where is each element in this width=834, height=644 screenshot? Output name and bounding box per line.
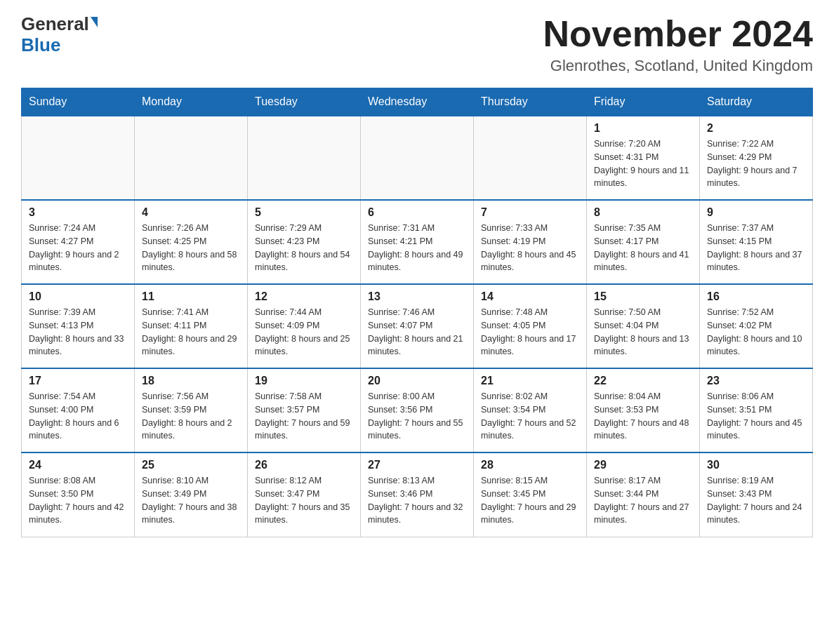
day-number: 9 — [707, 206, 805, 219]
day-info: Sunrise: 7:33 AMSunset: 4:19 PMDaylight:… — [481, 222, 579, 274]
calendar-cell: 15Sunrise: 7:50 AMSunset: 4:04 PMDayligh… — [587, 284, 700, 368]
calendar-cell: 22Sunrise: 8:04 AMSunset: 3:53 PMDayligh… — [587, 368, 700, 452]
week-row-3: 10Sunrise: 7:39 AMSunset: 4:13 PMDayligh… — [22, 284, 813, 368]
day-number: 11 — [142, 290, 240, 303]
calendar-header-row: Sunday Monday Tuesday Wednesday Thursday… — [22, 88, 813, 116]
calendar-cell: 24Sunrise: 8:08 AMSunset: 3:50 PMDayligh… — [22, 452, 135, 537]
day-info: Sunrise: 7:31 AMSunset: 4:21 PMDaylight:… — [368, 222, 466, 274]
day-number: 26 — [255, 459, 353, 471]
calendar-cell: 5Sunrise: 7:29 AMSunset: 4:23 PMDaylight… — [248, 200, 361, 284]
day-number: 28 — [481, 459, 579, 471]
day-info: Sunrise: 7:54 AMSunset: 4:00 PMDaylight:… — [29, 390, 127, 443]
calendar-cell: 14Sunrise: 7:48 AMSunset: 4:05 PMDayligh… — [474, 284, 587, 368]
day-number: 3 — [29, 206, 127, 219]
day-number: 25 — [142, 459, 240, 471]
header-sunday: Sunday — [22, 88, 135, 116]
day-info: Sunrise: 7:22 AMSunset: 4:29 PMDaylight:… — [707, 137, 805, 190]
day-info: Sunrise: 8:12 AMSunset: 3:47 PMDaylight:… — [255, 474, 353, 527]
calendar-cell: 30Sunrise: 8:19 AMSunset: 3:43 PMDayligh… — [700, 452, 813, 537]
day-number: 14 — [481, 290, 579, 303]
day-number: 22 — [594, 375, 692, 387]
day-info: Sunrise: 8:06 AMSunset: 3:51 PMDaylight:… — [707, 390, 805, 443]
day-info: Sunrise: 8:15 AMSunset: 3:45 PMDaylight:… — [481, 474, 579, 527]
day-number: 5 — [255, 206, 353, 219]
day-info: Sunrise: 8:19 AMSunset: 3:43 PMDaylight:… — [707, 474, 805, 527]
day-number: 13 — [368, 290, 466, 303]
title-block: November 2024 Glenrothes, Scotland, Unit… — [543, 14, 813, 75]
day-number: 17 — [29, 375, 127, 387]
day-info: Sunrise: 7:35 AMSunset: 4:17 PMDaylight:… — [594, 222, 692, 274]
location-label: Glenrothes, Scotland, United Kingdom — [543, 57, 813, 75]
calendar-cell: 4Sunrise: 7:26 AMSunset: 4:25 PMDaylight… — [135, 200, 248, 284]
calendar-cell: 17Sunrise: 7:54 AMSunset: 4:00 PMDayligh… — [22, 368, 135, 452]
calendar-cell — [248, 116, 361, 200]
header-saturday: Saturday — [700, 88, 813, 116]
day-number: 29 — [594, 459, 692, 471]
day-info: Sunrise: 7:41 AMSunset: 4:11 PMDaylight:… — [142, 306, 240, 358]
week-row-2: 3Sunrise: 7:24 AMSunset: 4:27 PMDaylight… — [22, 200, 813, 284]
month-title: November 2024 — [543, 14, 813, 54]
header-wednesday: Wednesday — [361, 88, 474, 116]
logo: General Blue — [21, 14, 98, 56]
calendar-cell: 9Sunrise: 7:37 AMSunset: 4:15 PMDaylight… — [700, 200, 813, 284]
day-info: Sunrise: 8:17 AMSunset: 3:44 PMDaylight:… — [594, 474, 692, 527]
calendar-cell: 23Sunrise: 8:06 AMSunset: 3:51 PMDayligh… — [700, 368, 813, 452]
day-info: Sunrise: 7:37 AMSunset: 4:15 PMDaylight:… — [707, 222, 805, 274]
day-number: 6 — [368, 206, 466, 219]
day-info: Sunrise: 8:00 AMSunset: 3:56 PMDaylight:… — [368, 390, 466, 443]
calendar-cell: 19Sunrise: 7:58 AMSunset: 3:57 PMDayligh… — [248, 368, 361, 452]
calendar-cell: 25Sunrise: 8:10 AMSunset: 3:49 PMDayligh… — [135, 452, 248, 537]
day-info: Sunrise: 7:20 AMSunset: 4:31 PMDaylight:… — [594, 137, 692, 190]
day-number: 7 — [481, 206, 579, 219]
calendar-cell: 13Sunrise: 7:46 AMSunset: 4:07 PMDayligh… — [361, 284, 474, 368]
day-info: Sunrise: 8:13 AMSunset: 3:46 PMDaylight:… — [368, 474, 466, 527]
day-info: Sunrise: 8:04 AMSunset: 3:53 PMDaylight:… — [594, 390, 692, 443]
calendar-cell: 11Sunrise: 7:41 AMSunset: 4:11 PMDayligh… — [135, 284, 248, 368]
day-number: 15 — [594, 290, 692, 303]
day-info: Sunrise: 8:02 AMSunset: 3:54 PMDaylight:… — [481, 390, 579, 443]
calendar-cell — [22, 116, 135, 200]
calendar-cell: 6Sunrise: 7:31 AMSunset: 4:21 PMDaylight… — [361, 200, 474, 284]
logo-general: General — [21, 14, 98, 34]
calendar-cell: 7Sunrise: 7:33 AMSunset: 4:19 PMDaylight… — [474, 200, 587, 284]
day-number: 21 — [481, 375, 579, 387]
calendar-cell: 12Sunrise: 7:44 AMSunset: 4:09 PMDayligh… — [248, 284, 361, 368]
day-number: 23 — [707, 375, 805, 387]
day-number: 10 — [29, 290, 127, 303]
calendar-cell: 26Sunrise: 8:12 AMSunset: 3:47 PMDayligh… — [248, 452, 361, 537]
day-info: Sunrise: 7:52 AMSunset: 4:02 PMDaylight:… — [707, 306, 805, 358]
week-row-1: 1Sunrise: 7:20 AMSunset: 4:31 PMDaylight… — [22, 116, 813, 200]
day-number: 27 — [368, 459, 466, 471]
calendar-cell: 27Sunrise: 8:13 AMSunset: 3:46 PMDayligh… — [361, 452, 474, 537]
day-number: 18 — [142, 375, 240, 387]
calendar-cell: 18Sunrise: 7:56 AMSunset: 3:59 PMDayligh… — [135, 368, 248, 452]
day-number: 16 — [707, 290, 805, 303]
calendar-cell: 28Sunrise: 8:15 AMSunset: 3:45 PMDayligh… — [474, 452, 587, 537]
week-row-4: 17Sunrise: 7:54 AMSunset: 4:00 PMDayligh… — [22, 368, 813, 452]
day-info: Sunrise: 8:08 AMSunset: 3:50 PMDaylight:… — [29, 474, 127, 527]
day-number: 19 — [255, 375, 353, 387]
week-row-5: 24Sunrise: 8:08 AMSunset: 3:50 PMDayligh… — [22, 452, 813, 537]
day-info: Sunrise: 7:39 AMSunset: 4:13 PMDaylight:… — [29, 306, 127, 358]
calendar-cell — [361, 116, 474, 200]
day-info: Sunrise: 7:29 AMSunset: 4:23 PMDaylight:… — [255, 222, 353, 274]
header-thursday: Thursday — [474, 88, 587, 116]
day-number: 24 — [29, 459, 127, 471]
calendar-cell: 10Sunrise: 7:39 AMSunset: 4:13 PMDayligh… — [22, 284, 135, 368]
day-info: Sunrise: 7:26 AMSunset: 4:25 PMDaylight:… — [142, 222, 240, 274]
day-number: 1 — [594, 122, 692, 135]
day-info: Sunrise: 7:46 AMSunset: 4:07 PMDaylight:… — [368, 306, 466, 358]
logo-blue: Blue — [21, 34, 60, 56]
header-friday: Friday — [587, 88, 700, 116]
calendar-cell: 1Sunrise: 7:20 AMSunset: 4:31 PMDaylight… — [587, 116, 700, 200]
calendar-cell — [135, 116, 248, 200]
day-info: Sunrise: 7:48 AMSunset: 4:05 PMDaylight:… — [481, 306, 579, 358]
day-number: 12 — [255, 290, 353, 303]
day-info: Sunrise: 7:58 AMSunset: 3:57 PMDaylight:… — [255, 390, 353, 443]
day-info: Sunrise: 7:56 AMSunset: 3:59 PMDaylight:… — [142, 390, 240, 443]
page-header: General Blue November 2024 Glenrothes, S… — [21, 14, 813, 75]
calendar-cell: 21Sunrise: 8:02 AMSunset: 3:54 PMDayligh… — [474, 368, 587, 452]
day-number: 30 — [707, 459, 805, 471]
calendar-table: Sunday Monday Tuesday Wednesday Thursday… — [21, 88, 813, 537]
day-info: Sunrise: 7:50 AMSunset: 4:04 PMDaylight:… — [594, 306, 692, 358]
